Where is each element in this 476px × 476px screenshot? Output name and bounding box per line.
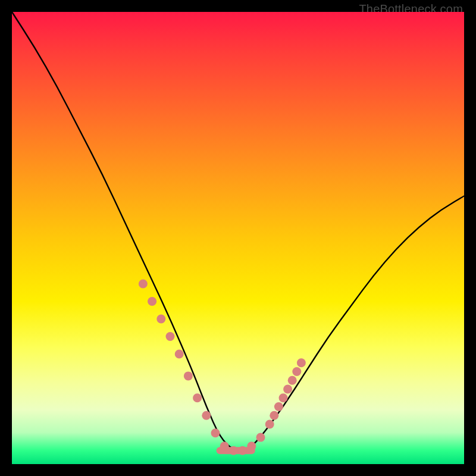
marker-dot bbox=[288, 376, 297, 385]
chart-svg bbox=[12, 12, 464, 464]
marker-dot bbox=[166, 332, 175, 341]
marker-dot bbox=[297, 358, 306, 367]
marker-dot bbox=[220, 441, 229, 450]
marker-dot bbox=[238, 446, 247, 455]
marker-dot bbox=[256, 433, 265, 442]
marker-dot bbox=[202, 411, 211, 420]
bottleneck-curve bbox=[12, 12, 464, 450]
chart-wrapper: TheBottleneck.com bbox=[0, 0, 476, 476]
chart-plot-area bbox=[12, 12, 464, 464]
marker-dot bbox=[193, 393, 202, 402]
marker-dot bbox=[274, 402, 283, 411]
marker-dot bbox=[283, 384, 292, 393]
marker-dot bbox=[292, 367, 301, 376]
marker-dot bbox=[247, 441, 256, 450]
marker-dot bbox=[265, 419, 274, 428]
marker-dot bbox=[229, 446, 238, 455]
marker-dot bbox=[156, 315, 165, 324]
marker-dot bbox=[270, 411, 278, 420]
marker-dot bbox=[175, 350, 184, 359]
marker-dot bbox=[148, 297, 156, 306]
marker-dot bbox=[279, 393, 288, 402]
marker-dot bbox=[184, 371, 193, 380]
marker-dot bbox=[139, 280, 148, 289]
marker-dot bbox=[211, 428, 220, 437]
